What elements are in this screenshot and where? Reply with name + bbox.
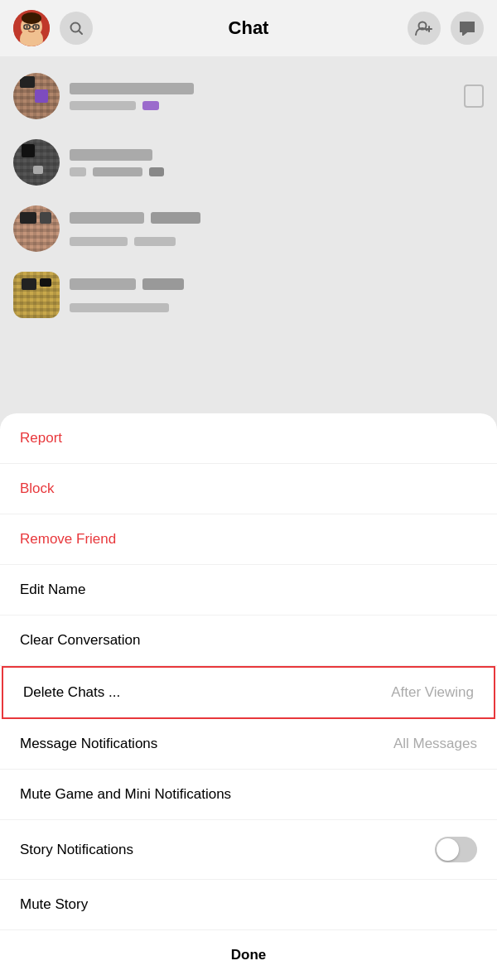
chat-avatar: [13, 73, 60, 119]
chat-msg-bar: [70, 167, 86, 176]
chat-msg-bar2: [93, 167, 142, 176]
page-title: Chat: [229, 17, 269, 39]
chat-avatar: [13, 139, 60, 186]
svg-point-8: [35, 26, 36, 27]
bottom-sheet: Report Block Remove Friend Edit Name Cle…: [0, 413, 497, 980]
chat-name-bar: [70, 149, 152, 161]
menu-label-clear-conversation: Clear Conversation: [20, 632, 141, 649]
chat-msg-badge: [142, 101, 159, 110]
done-button[interactable]: Done: [0, 930, 497, 980]
chat-name-bar2: [142, 278, 184, 290]
header-right: [408, 12, 484, 45]
chat-avatar: [13, 205, 60, 252]
chat-name-bar2: [151, 212, 200, 224]
svg-point-3: [22, 12, 41, 24]
svg-line-10: [79, 31, 82, 34]
chat-avatar: [13, 272, 60, 318]
app-header: Chat: [0, 0, 497, 56]
chat-list: [0, 56, 497, 404]
chat-content: [70, 212, 484, 246]
menu-value-message-notifications: All Messages: [393, 736, 477, 752]
search-button[interactable]: [60, 12, 93, 45]
menu-item-edit-name[interactable]: Edit Name: [0, 565, 497, 616]
menu-item-message-notifications[interactable]: Message Notifications All Messages: [0, 719, 497, 770]
avatar[interactable]: [13, 10, 50, 46]
done-label: Done: [231, 947, 267, 963]
chat-content: [70, 278, 484, 312]
search-icon: [69, 21, 84, 36]
chat-item[interactable]: [0, 196, 497, 262]
chat-item[interactable]: [0, 262, 497, 328]
chat-item[interactable]: [0, 129, 497, 196]
menu-item-story-notifications[interactable]: Story Notifications: [0, 820, 497, 880]
menu-item-block[interactable]: Block: [0, 464, 497, 514]
story-notifications-toggle[interactable]: [435, 837, 477, 862]
menu-label-edit-name: Edit Name: [20, 582, 85, 598]
menu-value-delete-chats: After Viewing: [391, 684, 474, 701]
menu-label-mute-story: Mute Story: [20, 896, 88, 913]
chat-item[interactable]: [0, 63, 497, 129]
menu-label-story-notifications: Story Notifications: [20, 842, 133, 858]
chat-icon-button[interactable]: [451, 12, 484, 45]
chat-name-bar: [70, 83, 194, 94]
menu-label-remove-friend: Remove Friend: [20, 531, 116, 548]
chat-msg-bar3: [149, 167, 164, 176]
menu-label-message-notifications: Message Notifications: [20, 736, 157, 752]
message-icon: [459, 21, 475, 36]
chat-msg-bar: [70, 101, 136, 110]
menu-item-delete-chats[interactable]: Delete Chats ... After Viewing: [2, 666, 495, 719]
menu-item-report[interactable]: Report: [0, 413, 497, 464]
toggle-knob: [437, 838, 459, 861]
menu-item-remove-friend[interactable]: Remove Friend: [0, 514, 497, 565]
menu-item-mute-story[interactable]: Mute Story: [0, 880, 497, 930]
chat-content: [70, 83, 454, 110]
chat-name-bar: [70, 212, 144, 224]
menu-label-report: Report: [20, 430, 62, 447]
chat-msg-bar2: [134, 237, 176, 246]
menu-label-delete-chats: Delete Chats ...: [23, 684, 120, 701]
menu-item-clear-conversation[interactable]: Clear Conversation: [0, 616, 497, 666]
menu-label-mute-game: Mute Game and Mini Notifications: [20, 786, 231, 803]
chat-content: [70, 149, 484, 176]
menu-label-block: Block: [20, 480, 55, 497]
chat-name-bar: [70, 278, 136, 290]
header-left: [13, 10, 93, 46]
chat-msg-bar: [70, 237, 128, 246]
add-friend-button[interactable]: [408, 12, 441, 45]
menu-item-mute-game[interactable]: Mute Game and Mini Notifications: [0, 770, 497, 820]
chat-msg-bar: [70, 303, 169, 312]
chat-right-icon: [464, 84, 484, 108]
svg-point-7: [26, 26, 27, 27]
add-friend-icon: [415, 21, 433, 36]
